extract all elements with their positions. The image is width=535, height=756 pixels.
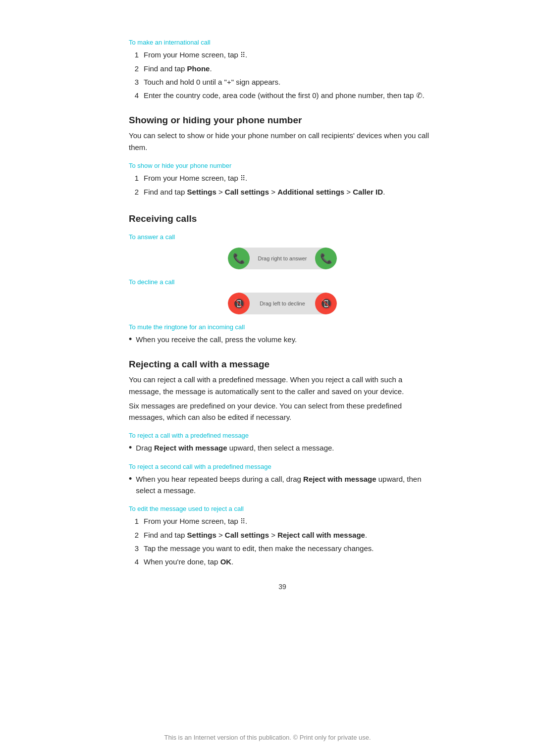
answer-call-image: 📞 Drag right to answer 📞: [129, 248, 436, 269]
decline-red-btn-left: 📵: [228, 293, 250, 314]
show-hide-step-2: 2Find and tap Settings > Call settings >…: [129, 186, 436, 198]
edit-step-2: 2Find and tap Settings > Call settings >…: [129, 529, 436, 541]
answer-slider: 📞 Drag right to answer 📞: [228, 248, 337, 269]
show-hide-sub-heading: To show or hide your phone number: [129, 162, 436, 169]
mute-ringtone-list: When you receive the call, press the vol…: [129, 334, 436, 345]
page-number: 39: [129, 583, 436, 591]
answer-call-heading: To answer a call: [129, 233, 436, 241]
show-hide-steps: 1From your Home screen, tap ⠿. 2Find and…: [129, 172, 436, 198]
mute-ringtone-item: When you receive the call, press the vol…: [129, 334, 436, 345]
receiving-calls-heading: Receiving calls: [129, 213, 436, 224]
step-3: 3Touch and hold 0 until a "+" sign appea…: [129, 76, 436, 88]
international-call-section: To make an international call 1From your…: [129, 39, 436, 101]
step-1: 1From your Home screen, tap ⠿.: [129, 49, 436, 61]
rejecting-call-section: Rejecting a call with a message You can …: [129, 359, 436, 567]
edit-message-heading: To edit the message used to reject a cal…: [129, 505, 436, 512]
answer-slider-label: Drag right to answer: [250, 255, 315, 261]
predefined-message-item: Drag Reject with message upward, then se…: [129, 442, 436, 454]
edit-message-steps: 1From your Home screen, tap ⠿. 2Find and…: [129, 515, 436, 567]
decline-red-btn-right: 📵: [315, 293, 337, 314]
rejecting-call-heading: Rejecting a call with a message: [129, 359, 436, 370]
predefined-message-heading: To reject a call with a predefined messa…: [129, 432, 436, 439]
showing-hiding-section: Showing or hiding your phone number You …: [129, 115, 436, 197]
footer-text: This is an Internet version of this publ…: [0, 734, 535, 741]
edit-step-3: 3Tap the message you want to edit, then …: [129, 543, 436, 554]
step-4: 4Enter the country code, area code (with…: [129, 90, 436, 101]
step-2: 2Find and tap Phone.: [129, 63, 436, 74]
answer-green-btn-left: 📞: [228, 248, 250, 269]
decline-call-heading: To decline a call: [129, 278, 436, 286]
international-call-heading: To make an international call: [129, 39, 436, 46]
edit-step-4: 4When you're done, tap OK.: [129, 556, 436, 567]
decline-call-image: 📵 Drag left to decline 📵: [129, 293, 436, 314]
page-content: To make an international call 1From your…: [79, 0, 456, 634]
show-hide-step-1: 1From your Home screen, tap ⠿.: [129, 172, 436, 184]
edit-step-1: 1From your Home screen, tap ⠿.: [129, 515, 436, 527]
predefined-message-list: Drag Reject with message upward, then se…: [129, 442, 436, 454]
answer-green-btn-right: 📞: [315, 248, 337, 269]
rejecting-call-body2: Six messages are predefined on your devi…: [129, 400, 436, 423]
decline-slider-label: Drag left to decline: [250, 301, 315, 306]
receiving-calls-section: Receiving calls To answer a call 📞 Drag …: [129, 213, 436, 345]
second-call-list: When you hear repeated beeps during a ca…: [129, 473, 436, 497]
second-call-item: When you hear repeated beeps during a ca…: [129, 473, 436, 497]
rejecting-call-body1: You can reject a call with a predefined …: [129, 374, 436, 397]
second-call-heading: To reject a second call with a predefine…: [129, 463, 436, 470]
showing-hiding-body: You can select to show or hide your phon…: [129, 130, 436, 153]
international-call-steps: 1From your Home screen, tap ⠿. 2Find and…: [129, 49, 436, 101]
mute-ringtone-heading: To mute the ringtone for an incoming cal…: [129, 323, 436, 331]
showing-hiding-heading: Showing or hiding your phone number: [129, 115, 436, 126]
decline-slider: 📵 Drag left to decline 📵: [228, 293, 337, 314]
